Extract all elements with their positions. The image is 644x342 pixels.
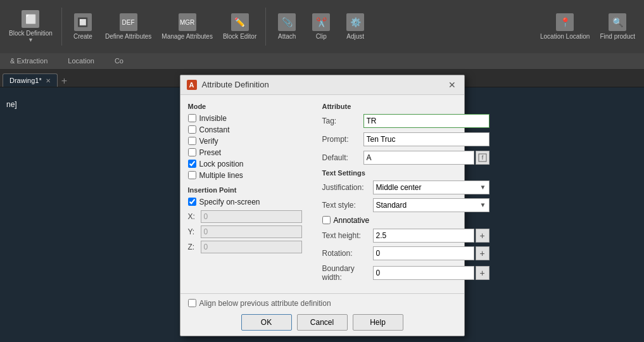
- divider: [61, 8, 62, 46]
- toolbar-attach[interactable]: 📎 Attach: [271, 4, 303, 49]
- multiple-lines-checkbox[interactable]: [188, 171, 196, 179]
- coord-x-label: X:: [188, 212, 197, 221]
- rotation-label: Rotation:: [322, 249, 373, 258]
- mode-section-label: Mode: [188, 103, 302, 110]
- ribbon-tab-location[interactable]: Location: [63, 53, 99, 70]
- justification-arrow: ▼: [480, 184, 486, 191]
- prompt-row: Prompt:: [322, 132, 489, 146]
- drawing-tab[interactable]: Drawing1* ✕: [3, 73, 58, 87]
- default-label: Default:: [322, 153, 363, 162]
- text-style-row: Text style: Standard ▼: [322, 198, 489, 212]
- help-button[interactable]: Help: [353, 314, 403, 331]
- toolbar-block-editor[interactable]: ✏️ Block Editor: [219, 4, 260, 49]
- verify-checkbox[interactable]: [188, 137, 196, 145]
- default-input[interactable]: [363, 151, 474, 165]
- ribbon-tab-co[interactable]: Co: [110, 53, 129, 70]
- toolbar-adjust[interactable]: ⚙️ Adjust: [339, 4, 371, 49]
- tag-input[interactable]: [363, 114, 489, 128]
- boundary-width-row: Boundary width: +: [322, 264, 489, 282]
- justification-value: Middle center: [376, 183, 422, 192]
- rotation-row: Rotation: +: [322, 246, 489, 260]
- find-product-icon: 🔍: [609, 13, 626, 31]
- prompt-input[interactable]: [363, 132, 489, 146]
- toolbar-block-definition[interactable]: ⬜ Block Definition ▼: [5, 4, 56, 49]
- verify-label: Verify: [199, 137, 218, 146]
- right-panel: Attribute Tag: Prompt: Default:: [322, 103, 489, 286]
- attach-label: Attach: [278, 33, 296, 40]
- annotative-checkbox[interactable]: [322, 216, 331, 224]
- checkbox-multiple-lines: Multiple lines: [188, 171, 302, 180]
- text-settings-label: Text Settings: [322, 169, 489, 177]
- toolbar-define-attributes[interactable]: DEF Define Attributes: [101, 4, 155, 49]
- align-checkbox[interactable]: [188, 299, 196, 307]
- checkbox-verify: Verify: [188, 137, 302, 146]
- manage-attributes-icon: MGR: [179, 13, 196, 31]
- text-height-increment[interactable]: +: [476, 229, 489, 243]
- canvas-area: ne] A Attribute Definition ✕ Mode Invisi…: [0, 87, 644, 342]
- toolbar-create[interactable]: 🔲 Create: [67, 4, 99, 49]
- ribbon-tab-extraction[interactable]: & Extraction: [5, 53, 53, 70]
- location-label: Location Location: [540, 33, 590, 40]
- left-panel: Mode Invisible Constant Verify: [188, 103, 302, 286]
- default-side-button[interactable]: f: [476, 151, 489, 165]
- text-style-select[interactable]: Standard ▼: [373, 198, 489, 212]
- boundary-width-label: Boundary width:: [322, 264, 373, 282]
- coord-z-input[interactable]: [201, 241, 302, 253]
- dialog-footer: Align below previous attribute definitio…: [180, 293, 464, 336]
- checkbox-lock-position: Lock position: [188, 160, 302, 168]
- text-height-input[interactable]: [373, 229, 474, 243]
- ribbon-sub: & Extraction Location Co: [0, 53, 644, 70]
- boundary-width-increment[interactable]: +: [476, 266, 489, 280]
- specify-on-screen-label: Specify on-screen: [199, 198, 260, 206]
- coord-z-row: Z:: [188, 241, 302, 253]
- rotation-input[interactable]: [373, 246, 474, 260]
- invisible-checkbox[interactable]: [188, 114, 196, 122]
- toolbar-block-definition-label: Block Definition: [9, 30, 53, 37]
- clip-label: Clip: [316, 33, 327, 40]
- checkbox-invisible: Invisible: [188, 114, 302, 123]
- dialog-body: Mode Invisible Constant Verify: [180, 95, 464, 293]
- specify-on-screen-checkbox[interactable]: [188, 198, 196, 206]
- toolbar-find-product[interactable]: 🔍 Find product: [596, 4, 639, 49]
- insertion-point-label: Insertion Point: [188, 186, 302, 194]
- align-label: Align below previous attribute definitio…: [199, 299, 331, 308]
- text-height-spinner: +: [373, 229, 489, 243]
- adjust-label: Adjust: [346, 33, 364, 40]
- dialog-title-text: Attribute Definition: [202, 80, 441, 89]
- add-tab-button[interactable]: +: [58, 75, 71, 87]
- boundary-width-input[interactable]: [373, 266, 474, 280]
- text-style-arrow: ▼: [480, 201, 486, 208]
- constant-checkbox[interactable]: [188, 125, 196, 134]
- toolbar-clip[interactable]: ✂️ Clip: [305, 4, 337, 49]
- specify-on-screen-row: Specify on-screen: [188, 198, 302, 206]
- cancel-button[interactable]: Cancel: [297, 314, 348, 331]
- checkbox-constant: Constant: [188, 125, 302, 134]
- toolbar-manage-attributes[interactable]: MGR Manage Attributes: [158, 4, 217, 49]
- block-definition-icon: ⬜: [22, 10, 39, 28]
- justification-select[interactable]: Middle center ▼: [373, 180, 489, 194]
- clip-icon: ✂️: [312, 13, 330, 31]
- lock-position-checkbox[interactable]: [188, 160, 196, 168]
- attribute-section-label: Attribute: [322, 103, 489, 110]
- annotative-row: Annotative: [322, 216, 489, 225]
- coord-y-label: Y:: [188, 227, 197, 236]
- preset-checkbox[interactable]: [188, 148, 196, 156]
- justification-label: Justification:: [322, 183, 373, 192]
- coord-z-label: Z:: [188, 243, 197, 251]
- rotation-increment[interactable]: +: [476, 246, 489, 260]
- toolbar: ⬜ Block Definition ▼ 🔲 Create DEF Define…: [0, 0, 644, 53]
- constant-label: Constant: [199, 125, 230, 134]
- drawing-tab-close[interactable]: ✕: [46, 77, 51, 84]
- coord-x-input[interactable]: [201, 210, 302, 223]
- toolbar-right: 📍 Location Location 🔍 Find product: [536, 4, 639, 49]
- annotative-label: Annotative: [334, 216, 370, 225]
- dialog-overlay: A Attribute Definition ✕ Mode Invisible …: [0, 87, 644, 342]
- manage-attributes-label: Manage Attributes: [161, 33, 213, 40]
- toolbar-location[interactable]: 📍 Location Location: [536, 4, 593, 49]
- multiple-lines-label: Multiple lines: [199, 171, 243, 180]
- coord-y-input[interactable]: [201, 225, 302, 238]
- lock-position-label: Lock position: [199, 160, 244, 168]
- dialog-close-button[interactable]: ✕: [446, 79, 458, 91]
- ok-button[interactable]: OK: [241, 314, 292, 331]
- default-input-group: f: [363, 151, 489, 165]
